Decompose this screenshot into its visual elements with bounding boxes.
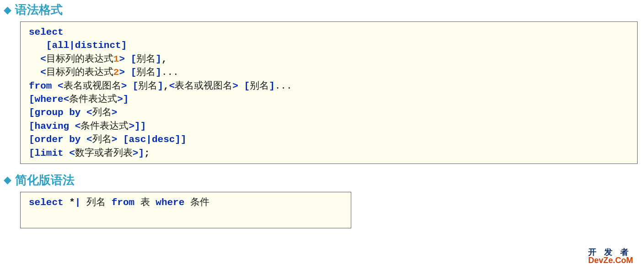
bracket-open: [ — [123, 134, 129, 145]
diamond-bullet-icon: ◆ — [4, 5, 11, 15]
comma: , — [161, 54, 167, 64]
gt: > — [133, 148, 139, 158]
bracket-close: ] — [157, 81, 163, 91]
condition-expr: 条件表达式 — [80, 121, 129, 132]
gt: > — [112, 134, 118, 145]
condition: 条件 — [190, 197, 209, 208]
kw-by: by — [69, 107, 80, 118]
alias: 别名 — [138, 81, 157, 91]
pipe: | — [75, 197, 81, 208]
ellipsis: ... — [161, 67, 179, 78]
column-name: 列名 — [92, 107, 112, 118]
bracket-close: ] — [138, 148, 144, 158]
lt: < — [69, 148, 75, 158]
bracket-close: ] — [156, 54, 161, 64]
watermark-logo: 开 发 者 DevZe.CoM — [588, 248, 633, 264]
watermark-line1: 开 发 者 — [588, 248, 633, 256]
kw-limit: limit — [35, 148, 64, 158]
lt: < — [86, 134, 92, 145]
lt: < — [40, 67, 46, 78]
sql-simplified-codeblock: select *| 列名 from 表 where 条件 — [20, 192, 351, 228]
heading-text: 简化版语法 — [15, 172, 75, 188]
gt: > — [119, 67, 125, 78]
semicolon: ; — [144, 148, 150, 158]
bracket-open: [ — [29, 107, 35, 118]
kw-select: select — [29, 27, 64, 37]
column-name: 列名 — [86, 197, 106, 208]
alias: 别名 — [136, 67, 156, 78]
bracket-close: ] — [156, 67, 161, 78]
bracket-open: [ — [29, 134, 35, 145]
bracket-open: [ — [131, 67, 137, 78]
kw-all: all — [52, 40, 69, 51]
number-or-list: 数字或者列表 — [75, 148, 133, 158]
lt: < — [75, 121, 81, 132]
bracket-open: [ — [29, 148, 35, 158]
alias: 别名 — [250, 81, 269, 91]
diamond-bullet-icon: ◆ — [4, 175, 11, 185]
lt: < — [40, 54, 46, 64]
column-name: 列名 — [92, 134, 112, 145]
kw-select: select — [29, 197, 64, 208]
bracket-close: ] — [123, 94, 129, 105]
kw-order: order — [35, 134, 64, 145]
comma: , — [163, 81, 169, 91]
kw-group: group — [35, 107, 64, 118]
num-2: 2 — [113, 67, 119, 78]
pipe: | — [69, 40, 75, 51]
pipe: | — [146, 134, 152, 145]
target-expr-1: 目标列的表达式 — [46, 54, 113, 64]
lt: < — [58, 81, 64, 91]
bracket-open: [ — [46, 40, 52, 51]
condition-expr: 条件表达式 — [69, 94, 117, 105]
gt: > — [121, 81, 127, 91]
gt: > — [119, 54, 125, 64]
bracket-close: ] — [134, 121, 140, 132]
kw-desc: desc — [152, 134, 175, 145]
kw-where: where — [35, 94, 64, 105]
watermark-line2: DevZe.CoM — [588, 256, 633, 264]
gt: > — [117, 94, 123, 105]
bracket-close: ] — [121, 40, 127, 51]
bracket-open: [ — [29, 121, 35, 132]
star: * — [69, 197, 75, 208]
kw-distinct: distinct — [75, 40, 121, 51]
gt: > — [232, 81, 238, 91]
gt: > — [112, 107, 118, 118]
bracket-open: [ — [244, 81, 250, 91]
lt: < — [64, 94, 70, 105]
gt: > — [129, 121, 134, 132]
lt: < — [86, 107, 92, 118]
bracket-close: ] — [175, 134, 181, 145]
table-or-view: 表名或视图名 — [64, 81, 121, 91]
kw-from: from — [29, 81, 52, 91]
kw-having: having — [35, 121, 70, 132]
kw-by: by — [69, 134, 80, 145]
target-expr-2: 目标列的表达式 — [46, 67, 113, 78]
heading-simplified-syntax: ◆ 简化版语法 — [0, 172, 644, 188]
ellipsis: ... — [275, 81, 292, 91]
table-or-view: 表名或视图名 — [175, 81, 232, 91]
table-name: 表 — [140, 197, 150, 208]
bracket-open: [ — [133, 81, 139, 91]
lt: < — [169, 81, 175, 91]
kw-from: from — [112, 197, 134, 208]
bracket-close: ] — [269, 81, 275, 91]
bracket-close: ] — [140, 121, 146, 132]
bracket-open: [ — [29, 94, 35, 105]
kw-asc: asc — [129, 134, 146, 145]
alias: 别名 — [136, 54, 156, 64]
bracket-close: ] — [181, 134, 187, 145]
num-1: 1 — [113, 54, 119, 64]
kw-where: where — [156, 197, 184, 208]
heading-syntax-format: ◆ 语法格式 — [0, 2, 644, 18]
heading-text: 语法格式 — [15, 2, 63, 18]
bracket-open: [ — [131, 54, 137, 64]
sql-syntax-codeblock: select [all|distinct] <目标列的表达式1> [别名], <… — [20, 21, 638, 164]
